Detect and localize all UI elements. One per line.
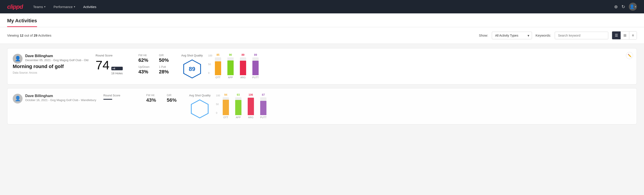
bar [252,61,259,75]
bar-chart: 94OTT93APP106ARG87PUTT [216,94,267,119]
user-name: Dave Billingham [25,94,96,98]
edit-button[interactable]: ✏️ [626,52,633,59]
list-dense-icon: ☰ [615,34,618,37]
activity-type-select-wrapper: All Activity Types [492,32,532,39]
activity-title: Morning round of golf [13,64,88,70]
bar-value: 89 [254,53,257,56]
hex-number: 89 [189,66,195,72]
bar-container: 89 [240,57,246,75]
search-input[interactable] [555,32,608,39]
avatar: 👤 [13,94,22,104]
nav-performance[interactable]: Performance ▾ [50,3,78,10]
stats-grid: FW Hit 43% GIR 56% [146,94,182,103]
bar [228,60,234,75]
bar-container: 90 [228,57,234,75]
bar-label: ARG [248,116,254,119]
card-user: 👤 Dave Billingham October 16, 2021 - Gog… [13,94,96,104]
nav-teams[interactable]: Teams ▾ [30,3,49,10]
oneputt-stat: 1 Putt 28% [159,65,174,75]
avg-shot-label: Avg Shot Quality [189,94,211,97]
user-icon: 👤 [630,4,634,9]
bar-label: APP [236,116,241,119]
score-details: +4 18 Holes [111,67,123,75]
bar-label: ARG [240,76,246,79]
view-grid-button[interactable]: ⊞ [621,32,629,39]
list-icon: ≡ [632,34,634,37]
round-score-label: Round Score [96,54,131,57]
bar-container: 106 [248,97,254,115]
avatar-chevron-icon: ▾ [635,5,636,8]
bar-container: 94 [223,97,229,115]
round-score-section: Round Score 74 +4 18 Holes [96,54,131,75]
user-meta: December 05, 2021 - Gog Magog Golf Club … [25,58,88,62]
bar-label: PUTT [252,76,259,79]
chart-column: 106ARG [248,97,254,119]
grid-icon: ⊞ [624,34,626,37]
card-user-section: 👤 Dave Billingham December 05, 2021 - Go… [13,54,88,74]
round-score-label: Round Score [103,94,139,97]
hex-svg [190,99,210,119]
avatar-icon: 👤 [15,96,21,102]
performance-chevron-icon: ▾ [74,5,75,8]
view-toggle: ☰ ⊞ ≡ [612,31,637,40]
bar-chart: 85OTT90APP89ARG89PUTT [208,54,259,79]
user-meta: October 16, 2021 - Gog Magog Golf Club -… [25,98,96,102]
add-icon[interactable]: ⊕ [614,4,618,9]
user-name: Dave Billingham [25,54,88,58]
bar-container: 85 [215,57,221,75]
bar-label: APP [228,76,233,79]
page-title: My Activities [7,14,37,27]
user-avatar-menu[interactable]: 👤 ▾ [629,3,637,11]
bar [248,98,254,115]
quality-section: Avg Shot Quality 89 100500 85OTT90APP89A… [181,54,288,79]
quality-section: Avg Shot Quality 100500 94OTT93APP106ARG… [189,94,296,119]
data-source: Data Source: Arccos [13,71,88,74]
bar-label: PUTT [260,116,267,119]
chart-column: 94OTT [223,97,229,119]
bar [240,61,246,75]
score-display: 74 +4 18 Holes [96,59,131,75]
viewing-count: Viewing 12 out of 29 Activities [7,34,475,37]
fw-hit-stat: FW Hit 43% [146,94,161,103]
activities-list: ✏️ 👤 Dave Billingham December 05, 2021 -… [0,44,644,132]
view-list-button[interactable]: ≡ [629,32,637,39]
chart-column: 89ARG [240,57,246,79]
bar-value: 85 [216,53,219,56]
score-placeholder [103,99,112,100]
updown-stat: Up/Down 43% [138,65,154,75]
chart-column: 90APP [228,57,234,79]
page-header: My Activities [0,14,644,27]
bar-label: OTT [216,76,220,79]
bar [235,100,242,115]
view-list-dense-button[interactable]: ☰ [612,32,621,39]
nav-links: Teams ▾ Performance ▾ Activities [30,3,607,10]
svg-marker-1 [192,100,208,118]
bar-value: 89 [242,53,244,56]
bar-value: 106 [248,93,253,96]
bar-label: OTT [223,116,228,119]
navbar-actions: ⊕ ↻ 👤 ▾ [614,3,637,11]
refresh-icon[interactable]: ↻ [622,4,625,9]
chart-column: 87PUTT [260,97,267,119]
bar-container: 89 [252,57,259,75]
bar-container: 93 [235,97,242,115]
score-holes: 18 Holes [111,72,123,75]
chart-column: 89PUTT [252,57,259,79]
avatar-icon: 👤 [15,56,21,62]
user-info: Dave Billingham October 16, 2021 - Gog M… [25,94,96,104]
activity-card: ✏️ 👤 Dave Billingham December 05, 2021 -… [7,48,637,84]
score-badge: +4 [111,67,123,70]
score-number: 74 [96,59,109,72]
bar [223,100,229,115]
gir-stat: GIR 56% [167,94,182,103]
nav-activities[interactable]: Activities [80,3,100,10]
activity-type-select[interactable]: All Activity Types [492,32,532,39]
hex-badge [189,99,211,119]
stats-grid: FW Hit 62% GIR 50% Up/Down 43% 1 Putt 28… [138,54,174,75]
avg-shot-label: Avg Shot Quality [181,54,203,57]
fw-hit-stat: FW Hit 62% [138,54,154,63]
round-score-section: Round Score [103,94,139,100]
bar-container: 87 [260,97,266,115]
card-user-section: 👤 Dave Billingham October 16, 2021 - Gog… [13,94,96,104]
chart-column: 93APP [235,97,242,119]
